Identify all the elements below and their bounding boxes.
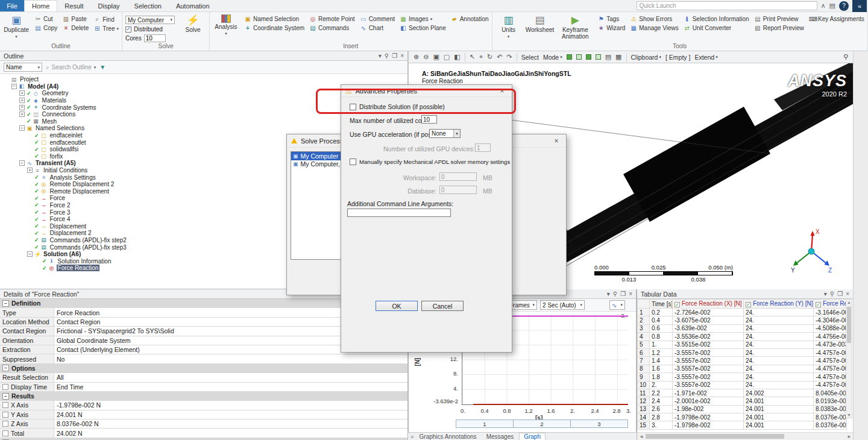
tree-expander[interactable] xyxy=(19,160,25,166)
key-assignments-button[interactable]: ⌨Key Assignments xyxy=(809,16,864,22)
property-value[interactable]: 8.0376e-002 N xyxy=(54,420,407,428)
scrollbar-thumb[interactable] xyxy=(646,434,784,439)
time-cell[interactable]: 2. xyxy=(650,381,673,389)
chart-button[interactable]: ∿Chart xyxy=(360,25,395,31)
zoom-fit-icon[interactable]: ▣ xyxy=(433,53,439,61)
details-row[interactable]: Y Axis 24.001 N xyxy=(0,410,407,420)
time-cell[interactable]: 0.6 xyxy=(650,324,673,332)
force-z-column-header[interactable]: ✓Force Reaction (Z) [N] xyxy=(814,300,847,309)
property-value[interactable]: -1.9798e-002 N xyxy=(54,401,407,409)
rotate-icon[interactable]: ↻ xyxy=(487,53,492,61)
table-row[interactable]: 14 2.8 -1.9798e-002 24.001 8.0376e-002 xyxy=(638,413,847,421)
units-button[interactable]: ▥Units▾ xyxy=(495,13,522,40)
close-icon[interactable]: × xyxy=(551,137,562,145)
force-z-cell[interactable]: -3.1646e-003 xyxy=(814,309,847,316)
zoom-out-icon[interactable]: ⊖ xyxy=(423,53,429,61)
panel-options-icon[interactable]: ▾ xyxy=(607,291,610,297)
step-segments[interactable]: 1 2 3 xyxy=(456,420,627,428)
force-x-cell[interactable]: -3.5536e-002 xyxy=(673,333,744,341)
force-x-cell[interactable]: -3.5557e-002 xyxy=(673,365,744,372)
tree-expander[interactable] xyxy=(19,98,25,103)
coordinate-system-button[interactable]: +Coordinate System xyxy=(244,25,304,31)
force-x-cell[interactable]: -3.5557e-002 xyxy=(673,373,744,381)
force-y-cell[interactable]: 24.001 xyxy=(744,397,814,405)
force-y-cell[interactable]: 24.001 xyxy=(744,405,814,413)
force-y-cell[interactable]: 24. xyxy=(744,333,814,341)
table-row[interactable]: 13 2.6 -1.98e-002 24.001 8.0383e-002 xyxy=(638,405,847,413)
tab-home[interactable]: Home xyxy=(24,0,57,11)
force-y-cell[interactable]: 24.001 xyxy=(744,421,814,429)
property-value[interactable]: 24.002 N xyxy=(54,429,407,437)
table-row[interactable]: 7 1.4 -3.5557e-002 24. -4.4757e-003 xyxy=(638,357,847,365)
max-cores-input[interactable] xyxy=(421,115,437,124)
force-z-cell[interactable]: 8.0383e-002 xyxy=(814,405,847,413)
images-button[interactable]: ▦Images▾ xyxy=(400,16,446,22)
views-icon[interactable]: ▦ xyxy=(615,53,621,61)
tree-expander[interactable] xyxy=(27,168,33,173)
force-z-cell[interactable]: -4.5088e-003 xyxy=(814,324,847,332)
force-x-cell[interactable]: -1.98e-002 xyxy=(673,405,744,413)
ok-button[interactable]: OK xyxy=(376,301,418,311)
tab-result[interactable]: Result xyxy=(57,0,90,11)
details-row[interactable]: Total 24.002 N xyxy=(0,429,407,438)
filter-funnel-icon[interactable]: ▼ xyxy=(99,64,105,71)
command-line-args-input[interactable] xyxy=(347,209,451,217)
force-z-cell[interactable]: 8.0193e-002 xyxy=(814,397,847,405)
close-icon[interactable]: × xyxy=(400,52,404,59)
column-checkbox-z[interactable]: ✓ xyxy=(816,302,821,307)
force-y-column-header[interactable]: ✓Force Reaction (Y) [N] xyxy=(744,300,814,309)
tree-expander[interactable] xyxy=(19,125,25,131)
force-z-cell[interactable]: -4.4757e-003 xyxy=(814,373,847,381)
time-cell[interactable]: 1. xyxy=(650,341,673,348)
table-row[interactable]: 1 0.2 -2.7264e-002 24. -3.1646e-003 xyxy=(638,309,847,316)
force-y-cell[interactable]: 24. xyxy=(744,373,814,381)
pin-icon[interactable]: ⚲ xyxy=(830,291,834,297)
tab-selection[interactable]: Selection xyxy=(127,0,169,11)
force-z-cell[interactable]: -4.4757e-003 xyxy=(814,348,847,356)
force-x-cell[interactable]: -3.5557e-002 xyxy=(673,357,744,365)
duplicate-button[interactable]: ▣ Duplicate▾ xyxy=(3,13,30,40)
property-value[interactable]: 24.001 N xyxy=(54,410,407,419)
section-plane-button[interactable]: ◧Section Plane xyxy=(400,25,446,31)
tab-graph[interactable]: Graph xyxy=(519,433,546,440)
table-row[interactable]: 11 2.2 -1.971e-002 24.002 8.0405e-002 xyxy=(638,389,847,397)
force-y-cell[interactable]: 24. xyxy=(744,365,814,372)
table-row[interactable]: 8 1.6 -3.5557e-002 24. -4.4757e-003 xyxy=(638,365,847,372)
time-cell[interactable]: 2.4 xyxy=(650,397,673,405)
details-row[interactable]: Results xyxy=(0,392,407,401)
table-row[interactable]: 4 0.8 -3.5536e-002 24. -4.4756e-003 xyxy=(638,333,847,341)
tree-expander[interactable] xyxy=(27,251,33,257)
details-row[interactable]: Z Axis 8.0376e-002 N xyxy=(0,420,407,429)
time-cell[interactable]: 0.8 xyxy=(650,333,673,341)
manage-views-button[interactable]: ▦Manage Views xyxy=(630,25,678,31)
table-row[interactable]: 12 2.4 -2.0001e-002 24.001 8.0193e-002 xyxy=(638,397,847,405)
force-x-cell[interactable]: -1.9798e-002 xyxy=(673,421,744,429)
tab-automation[interactable]: Automation xyxy=(169,0,217,11)
duration-select[interactable]: 2 Sec (Auto)▾ xyxy=(540,300,585,310)
force-x-column-header[interactable]: ✓Force Reaction (X) [N] xyxy=(673,300,744,309)
pin-icon[interactable]: ⚲ xyxy=(613,291,617,297)
force-z-cell[interactable]: 8.0376e-002 xyxy=(814,413,847,421)
force-z-cell[interactable]: 8.0376e-002 xyxy=(814,421,847,429)
details-row[interactable]: Options xyxy=(0,364,407,373)
time-cell[interactable]: 1.8 xyxy=(650,373,673,381)
tree-expander[interactable] xyxy=(19,112,25,117)
vertex-select-icon[interactable] xyxy=(567,54,572,60)
vertical-scrollbar[interactable]: ▲ ▼ xyxy=(846,299,852,418)
solve-button[interactable]: ⚡ Solve xyxy=(180,13,206,33)
tree-expander[interactable] xyxy=(11,84,17,89)
collapse-panel-icon[interactable]: « xyxy=(852,0,867,12)
tree-expander[interactable] xyxy=(19,90,25,96)
force-z-cell[interactable]: 8.0405e-002 xyxy=(814,389,847,397)
remote-point-button[interactable]: ◎Remote Point xyxy=(309,16,355,22)
table-row[interactable]: 2 0.4 -3.6075e-002 24. -4.3046e-003 xyxy=(638,316,847,324)
tree-node[interactable]: ✓ Project xyxy=(0,76,407,83)
force-y-cell[interactable]: 24. xyxy=(744,341,814,348)
time-cell[interactable]: 2.2 xyxy=(650,389,673,397)
annotation-button[interactable]: ▰Annotation xyxy=(451,16,489,22)
mode-dropdown[interactable]: Mode▾ xyxy=(543,54,562,61)
time-cell[interactable]: 0.2 xyxy=(650,309,673,316)
table-row[interactable]: 6 1.2 -3.5557e-002 24. -4.4757e-003 xyxy=(638,348,847,356)
force-z-cell[interactable]: -4.4756e-003 xyxy=(814,333,847,341)
table-row[interactable]: 5 1. -3.5515e-002 24. -4.473e-003 xyxy=(638,341,847,348)
